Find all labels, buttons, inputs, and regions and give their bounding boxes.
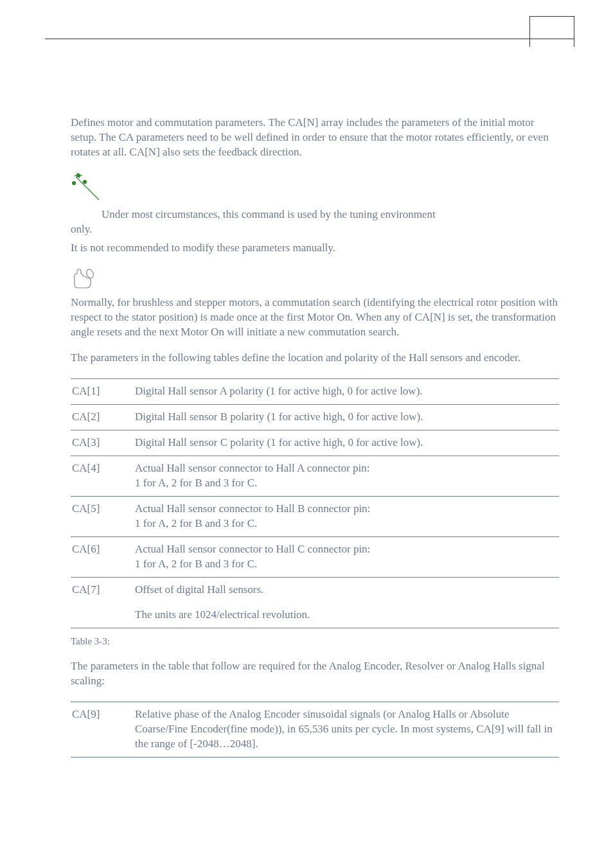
param-desc: Actual Hall sensor connector to Hall A c… [135, 456, 559, 497]
page-content: Defines motor and commutation parameters… [71, 116, 559, 764]
param-desc-extra: The units are 1024/electrical revolution… [135, 603, 559, 628]
table-row: CA[6] Actual Hall sensor connector to Ha… [71, 536, 559, 577]
table-row: CA[1] Digital Hall sensor A polarity (1 … [71, 379, 559, 405]
header-rule [45, 39, 574, 39]
note-1-line2: only. [71, 222, 559, 237]
svg-line-0 [76, 177, 99, 200]
table-row: CA[7] Offset of digital Hall sensors. [71, 577, 559, 602]
table-row: The units are 1024/electrical revolution… [71, 603, 559, 628]
param-key-empty [71, 603, 135, 628]
param-desc: Digital Hall sensor A polarity (1 for ac… [135, 379, 559, 405]
param-key: CA[7] [71, 577, 135, 602]
param-desc: Actual Hall sensor connector to Hall C c… [135, 536, 559, 577]
param-key: CA[4] [71, 456, 135, 497]
header-box [529, 16, 574, 47]
param-key: CA[2] [71, 405, 135, 430]
intro-para-3: The parameters in the following tables d… [71, 351, 559, 366]
table-caption-1: Table 3-3: [71, 635, 559, 648]
wand-icon [71, 172, 559, 204]
table-row: CA[3] Digital Hall sensor C polarity (1 … [71, 430, 559, 456]
param-key: CA[3] [71, 430, 135, 456]
param-desc: Actual Hall sensor connector to Hall B c… [135, 497, 559, 537]
intro-para-2: Normally, for brushless and stepper moto… [71, 296, 559, 340]
table-analog-params: CA[9] Relative phase of the Analog Encod… [71, 702, 559, 757]
svg-point-3 [84, 180, 87, 183]
param-key: CA[1] [71, 379, 135, 405]
table-row: CA[2] Digital Hall sensor B polarity (1 … [71, 405, 559, 430]
mid-para: The parameters in the table that follow … [71, 659, 559, 689]
param-desc: Relative phase of the Analog Encoder sin… [135, 702, 559, 757]
note-1-tail: It is not recommended to modify these pa… [71, 241, 559, 256]
intro-para-1: Defines motor and commutation parameters… [71, 116, 559, 160]
param-key: CA[9] [71, 702, 135, 757]
note-1-text: Under most circumstances, this command i… [71, 208, 559, 237]
table-row: CA[4] Actual Hall sensor connector to Ha… [71, 456, 559, 497]
param-key: CA[5] [71, 497, 135, 537]
svg-point-2 [73, 181, 76, 184]
table-row: CA[9] Relative phase of the Analog Encod… [71, 702, 559, 757]
table-hall-params: CA[1] Digital Hall sensor A polarity (1 … [71, 378, 559, 628]
table-row: CA[5] Actual Hall sensor connector to Ha… [71, 497, 559, 537]
param-desc: Digital Hall sensor B polarity (1 for ac… [135, 405, 559, 430]
hand-note-icon [71, 267, 559, 292]
param-key: CA[6] [71, 536, 135, 577]
note-1-line1: Under most circumstances, this command i… [102, 208, 436, 220]
param-desc: Offset of digital Hall sensors. [135, 577, 559, 602]
param-desc: Digital Hall sensor C polarity (1 for ac… [135, 430, 559, 456]
